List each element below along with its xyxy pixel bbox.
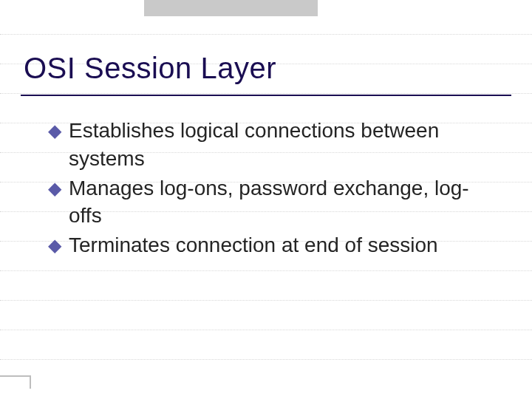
title-underline: [21, 95, 511, 96]
list-item: ◆ Establishes logical connections betwee…: [48, 117, 499, 173]
grid-line: [0, 359, 532, 360]
grid-line: [0, 93, 532, 94]
bullet-text: Establishes logical connections between …: [69, 117, 499, 173]
list-item: ◆ Manages log-ons, password exchange, lo…: [48, 174, 499, 231]
grid-line: [0, 330, 532, 330]
bullet-list: ◆ Establishes logical connections betwee…: [48, 117, 499, 261]
slide-title: OSI Session Layer: [24, 52, 276, 85]
diamond-bullet-icon: ◆: [48, 174, 61, 202]
bullet-text: Terminates connection at end of session: [69, 231, 438, 259]
grid-line: [0, 270, 532, 271]
top-accent-bar: [144, 0, 318, 16]
corner-notch-decoration: [0, 375, 31, 389]
list-item: ◆ Terminates connection at end of sessio…: [48, 231, 499, 259]
grid-line: [0, 34, 532, 35]
bullet-text: Manages log-ons, password exchange, log-…: [69, 174, 499, 231]
diamond-bullet-icon: ◆: [48, 117, 61, 145]
diamond-bullet-icon: ◆: [48, 231, 61, 259]
grid-line: [0, 300, 532, 301]
